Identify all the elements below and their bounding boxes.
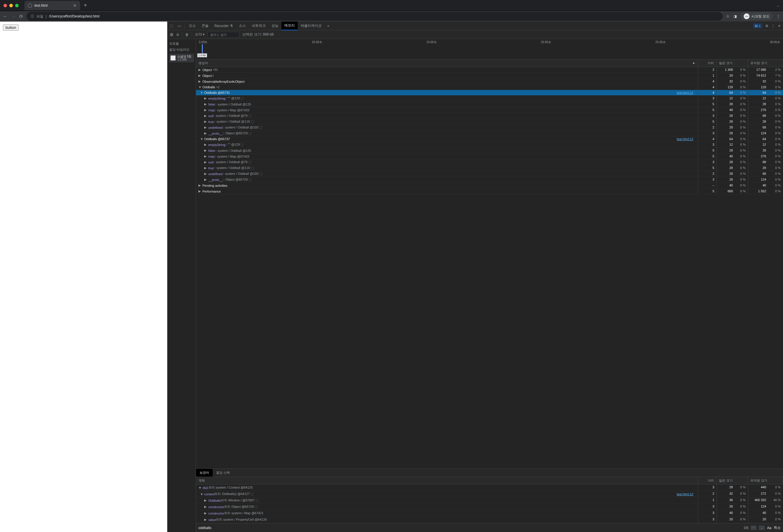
table-row[interactable]: ▼Oddballs×241280 %1280 %: [196, 85, 783, 90]
close-window-icon[interactable]: [3, 4, 7, 7]
profile-header: 프로필: [169, 41, 194, 46]
table-row[interactable]: ▼obj1 위치 system / Context @641253280 %44…: [196, 484, 783, 491]
maximize-window-icon[interactable]: [15, 4, 19, 7]
search-prev-button[interactable]: ⌃: [751, 526, 756, 530]
table-row[interactable]: ▶true :: system / Oddball @119 ⬚5280 %28…: [196, 165, 783, 171]
table-row[interactable]: ▶map :: system / Map @674335400 %2760 %: [196, 107, 783, 113]
minimize-window-icon[interactable]: [9, 4, 13, 7]
page-button[interactable]: button: [3, 25, 19, 31]
rcol-retained[interactable]: 유지된 크기: [748, 477, 783, 484]
search-case-button[interactable]: Aa: [767, 526, 771, 530]
selected-size-label: 선택된 크기: 998 kB: [242, 32, 274, 37]
table-row[interactable]: ▶false :: system / Oddball @1255280 %280…: [196, 148, 783, 154]
table-row[interactable]: ▶null :: system / Oddball @79 ⬚3280 %880…: [196, 159, 783, 165]
bookmark-icon[interactable]: ☆: [726, 14, 729, 18]
profiles-sidebar: 프로필 할당 타임라인 스냅샷 1전 1.0 MB: [167, 39, 196, 532]
search-next-button[interactable]: ⌄: [759, 526, 765, 530]
devtools-menu-icon[interactable]: ⋮: [771, 24, 775, 28]
addr-prefix: 파일: [36, 14, 43, 19]
snapshot-item[interactable]: 스냅샷 1전 1.0 MB: [169, 54, 194, 62]
source-link[interactable]: test.html:12: [677, 137, 696, 141]
retainers-tabs: 보관자 할당 스택: [196, 468, 783, 477]
table-row[interactable]: ▶true :: system / Oddball @119 ⬚5280 %28…: [196, 119, 783, 125]
table-row[interactable]: ▶__proto__ :: Object @65729 ⬚3280 %1240 …: [196, 177, 783, 183]
tab-alloc-stack[interactable]: 할당 스택: [213, 469, 233, 477]
table-row[interactable]: ▼Oddballs @65731test.html:124640 %640 %: [196, 90, 783, 96]
sidepanel-icon[interactable]: ◨: [733, 14, 737, 18]
inspect-icon[interactable]: ⬚: [167, 24, 175, 28]
timeline-label: 할당 타임라인: [169, 48, 194, 52]
allocation-timeline[interactable]: 5.00초 10.00초 15.00초 20.00초 25.00초 30.00초…: [196, 39, 783, 59]
table-row[interactable]: ▶null :: system / Oddball @79 ⬚3280 %880…: [196, 113, 783, 119]
table-row[interactable]: ▶constructor 위치 Object @65729 ⬚3280 %124…: [196, 504, 783, 510]
tab-sources[interactable]: 소스: [236, 22, 249, 30]
table-row[interactable]: ▶undefined :: system / Oddball @103 ⬚228…: [196, 125, 783, 130]
address-bar[interactable]: ⓘ 파일 | /Users/yceffort/Desktop/test.html: [27, 12, 723, 21]
device-icon[interactable]: ▭: [175, 24, 183, 28]
browser-menu-icon[interactable]: ⋮: [777, 14, 780, 18]
source-link[interactable]: test.html:12: [677, 492, 696, 496]
close-tab-icon[interactable]: ✕: [73, 3, 76, 8]
browser-tab[interactable]: test.html ✕: [25, 1, 80, 10]
tab-overflow[interactable]: »: [324, 22, 332, 30]
table-row[interactable]: ▼Oddballs @65737test.html:124640 %640 %: [196, 136, 783, 142]
rcol-object[interactable]: 객체: [196, 477, 698, 484]
table-row[interactable]: ▶undefined :: system / Oddball @103 ⬚228…: [196, 171, 783, 177]
table-row[interactable]: ▶Pending activities–400 %400 %: [196, 183, 783, 188]
table-row[interactable]: ▼context 위치 Oddballs() @64127 ⬚test.html…: [196, 491, 783, 497]
table-row[interactable]: ▶emptyString :: "" @129 ⬚3120 %120 %: [196, 96, 783, 101]
col-distance[interactable]: 거리: [698, 59, 717, 67]
rcol-distance[interactable]: 거리: [698, 477, 717, 484]
constructors-grid[interactable]: ▶Object×5121 3080 %17 0882 %▶Object /120…: [196, 67, 783, 468]
tabs-menu-icon[interactable]: ⌄: [777, 3, 780, 7]
col-retained[interactable]: 유지된 크기: [748, 59, 783, 67]
tab-retainers[interactable]: 보관자: [196, 469, 213, 477]
tab-memory[interactable]: 메모리: [281, 22, 298, 30]
close-devtools-icon[interactable]: ✕: [778, 24, 781, 28]
retainers-grid[interactable]: ▼obj1 위치 system / Context @641253280 %44…: [196, 484, 783, 523]
new-tab-button[interactable]: +: [84, 2, 87, 9]
tab-performance[interactable]: 성능: [269, 22, 281, 30]
source-link[interactable]: test.html:12: [677, 91, 696, 94]
table-row[interactable]: ▶emptyString :: "" @129 ⬚3120 %120 %: [196, 142, 783, 148]
table-row[interactable]: ▶ObservableArrayExoticObject4320 %320 %: [196, 79, 783, 85]
browser-toolbar: ← → ⟳ ⓘ 파일 | /Users/yceffort/Desktop/tes…: [0, 11, 783, 22]
clear-icon[interactable]: ⊘: [176, 33, 179, 37]
traffic-lights: [3, 4, 19, 7]
table-row[interactable]: ▶Object /1200 %74 6127 %: [196, 73, 783, 79]
tab-elements[interactable]: 요소: [186, 22, 199, 30]
table-row[interactable]: ▶map :: system / Map @674335400 %2760 %: [196, 154, 783, 159]
tab-console[interactable]: 콘솔: [199, 22, 212, 30]
constructors-header: 생성자 ▲ 거리 얕은 크기 유지된 크기: [196, 59, 783, 67]
table-row[interactable]: ▶__proto__ :: Object @65729 ⬚3280 %1240 …: [196, 130, 783, 136]
table-row[interactable]: ▶Object×5121 3080 %17 0882 %: [196, 67, 783, 73]
forward-button[interactable]: →: [11, 14, 16, 19]
memory-toolbar: ⊘ 🗑 요약 ▾ 선택된 크기: 998 kB: [167, 30, 783, 39]
settings-icon[interactable]: ⚙: [765, 24, 769, 28]
summary-dropdown[interactable]: 요약 ▾: [195, 32, 205, 37]
table-row[interactable]: ▶constructor 위치 system / Map @674213400 …: [196, 510, 783, 517]
delete-icon[interactable]: 🗑: [185, 33, 189, 37]
search-cancel-button[interactable]: 취소: [774, 525, 781, 530]
tab-recorder[interactable]: Recorder ⚗: [212, 22, 236, 30]
table-row[interactable]: ▶Oddballs 위치 Window / @57807 ⬚1360 %466 …: [196, 497, 783, 504]
col-shallow[interactable]: 얕은 크기: [717, 59, 748, 67]
titlebar: test.html ✕ + ⌄: [0, 0, 783, 11]
tab-network[interactable]: 네트워크: [249, 22, 269, 30]
table-row[interactable]: ▶Performance58880 %1 5520 %: [196, 188, 783, 194]
timeline-badge: 1.0 kB: [197, 53, 207, 57]
back-button[interactable]: ←: [3, 14, 7, 19]
table-row[interactable]: ▶false :: system / Oddball @1255280 %280…: [196, 101, 783, 107]
issues-badge[interactable]: ▤ 1: [753, 23, 762, 28]
info-icon[interactable]: ⓘ: [31, 14, 34, 19]
rcol-shallow[interactable]: 얕은 크기: [717, 477, 748, 484]
record-button[interactable]: [170, 33, 173, 36]
table-row[interactable]: ▶value 위치 system / PropertyCell @6412932…: [196, 517, 783, 523]
class-filter-input[interactable]: [208, 32, 240, 38]
reload-button[interactable]: ⟳: [19, 14, 23, 19]
incognito-badge[interactable]: 👓 시크릿 모드: [741, 12, 773, 21]
snapshot-icon: [170, 55, 176, 61]
tab-application[interactable]: 애플리케이션: [298, 22, 324, 30]
col-constructor[interactable]: 생성자 ▲: [196, 59, 698, 67]
search-input[interactable]: [198, 526, 741, 530]
